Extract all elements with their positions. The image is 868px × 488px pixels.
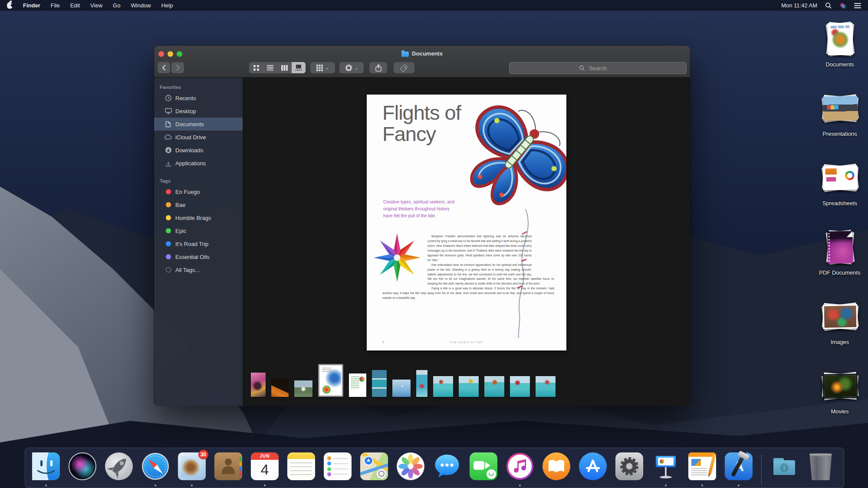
stack-presentations[interactable]: Presentations [806,90,868,137]
thumbnail-narrow-kitesurf-photo[interactable] [416,370,427,397]
dock-pages[interactable] [688,452,716,480]
menu-edit[interactable]: Edit [70,2,80,9]
dock-books[interactable] [542,452,570,480]
presentations-stack-icon [818,90,861,128]
thumbnail-sky-kitesurf-photo[interactable] [392,380,411,397]
menu-file[interactable]: File [51,2,60,9]
sidebar-item-icloud-drive[interactable]: iCloud Drive [154,131,243,144]
keynote-icon [652,452,680,480]
stack-documents[interactable]: Documents [806,21,868,68]
dock-xcode[interactable]: A [725,452,753,480]
menu-go[interactable]: Go [113,2,120,9]
thumbnail-kitesurf-4[interactable] [510,376,530,397]
sidebar-item-label: Desktop [175,108,196,115]
action-menu-button[interactable]: ⌄ [339,62,364,73]
search-input[interactable] [510,65,686,72]
document-body: Benjamin Franklin demonstrated that ligh… [382,234,554,301]
view-gallery-button[interactable] [292,62,306,73]
dock-calendar[interactable]: JUN 4 [251,452,279,480]
view-columns-button[interactable] [277,62,292,73]
dock-system-preferences[interactable] [615,452,643,480]
stack-images[interactable]: Images [806,298,868,345]
dock-mail[interactable]: 30 [178,452,206,480]
svg-text:A: A [166,160,170,167]
sidebar-item-downloads[interactable]: Downloads [154,144,243,157]
dock-photos[interactable] [397,452,424,480]
stack-spreadsheets[interactable]: Spreadsheets [806,160,868,206]
blue-tag-icon [166,241,171,246]
dock-notes[interactable] [287,452,315,480]
dock-app-store[interactable] [579,452,607,480]
xcode-icon: A [725,452,753,480]
stack-movies[interactable]: Movies [806,368,868,415]
dock-finder[interactable] [32,452,60,480]
finder-window: Documents [154,46,690,406]
thumbnail-chart-document[interactable] [349,373,366,397]
window-titlebar[interactable]: Documents [154,46,690,78]
menu-clock[interactable]: Mon 11:42 AM [781,2,817,9]
menu-window[interactable]: Window [131,2,151,9]
dock-facetime[interactable] [470,452,497,480]
thumbnail-flights-of-fancy-selected[interactable] [318,364,343,397]
download-circle-icon [164,147,172,154]
safari-icon [141,452,169,480]
open-book-icon [542,452,570,480]
tag-item-essential-oils[interactable]: Essential Oils [154,250,243,263]
sidebar-item-documents[interactable]: Documents [154,118,243,131]
dock-trash[interactable] [807,452,835,480]
images-stack-icon [818,298,861,336]
menu-finder[interactable]: Finder [23,2,40,9]
thumbnail-dark-kite-photo[interactable] [271,379,289,397]
dock-contacts[interactable] [214,452,242,480]
dock-launchpad[interactable] [105,452,133,480]
dock-keynote[interactable] [652,452,680,480]
dock-itunes[interactable] [506,452,534,480]
dock-siri[interactable] [69,452,96,480]
tag-item-en-fuego[interactable]: En Fuego [154,185,243,198]
dock-safari[interactable] [141,452,169,480]
thumbnail-kitesurf-5[interactable] [536,376,556,397]
thumbnail-kitesurf-2[interactable] [459,376,479,397]
chevron-down-icon: ⌄ [355,66,358,70]
search-field[interactable] [509,62,687,74]
sidebar-item-applications[interactable]: A Applications [154,157,243,170]
stack-pdf-documents[interactable]: PDF Documents [806,229,868,276]
tag-item-epic[interactable]: Epic [154,224,243,237]
back-button[interactable] [158,62,170,73]
running-indicator [665,485,667,486]
downloads-folder-icon: ↓ [770,452,798,480]
notification-center-icon[interactable] [854,3,861,8]
share-button[interactable] [369,62,387,73]
thumbnail-portrait-photo[interactable] [251,373,266,397]
group-by-button[interactable]: ⌄ [310,62,335,73]
apple-menu-icon[interactable] [7,2,13,9]
tags-button[interactable] [394,62,414,73]
menu-help[interactable]: Help [161,2,173,9]
sidebar-item-recents[interactable]: Recents [154,92,243,105]
dock-downloads-folder[interactable]: ↓ [770,452,798,480]
dock-maps[interactable] [360,452,388,480]
thumbnail-kitesurf-1[interactable] [433,376,453,397]
tag-label: All Tags... [175,267,200,273]
view-list-button[interactable] [263,62,278,73]
sidebar-item-desktop[interactable]: Desktop [154,105,243,118]
tag-item-bae[interactable]: Bae [154,198,243,211]
clock-icon [164,95,172,102]
thumbnail-photo-collage[interactable] [372,370,387,397]
page-footer: THE NEWSLETTER [367,341,566,344]
thumbnail-landscape-photo[interactable] [294,380,312,397]
menu-view[interactable]: View [90,2,102,9]
thumbnail-kitesurf-3[interactable] [484,376,504,397]
siri-icon[interactable] [839,2,846,9]
tag-item-all-tags[interactable]: All Tags... [154,263,243,276]
running-indicator [191,485,193,486]
dock-messages[interactable] [433,452,461,480]
notes-icon [287,452,315,480]
applications-icon: A [164,160,172,167]
tag-item-its-road-trip[interactable]: It's Road Trip [154,237,243,250]
view-icons-button[interactable] [249,62,263,73]
tag-item-humble-brags[interactable]: Humble Brags [154,211,243,224]
search-icon[interactable] [825,2,832,9]
dock-reminders[interactable] [324,452,352,480]
forward-button[interactable] [171,62,184,73]
